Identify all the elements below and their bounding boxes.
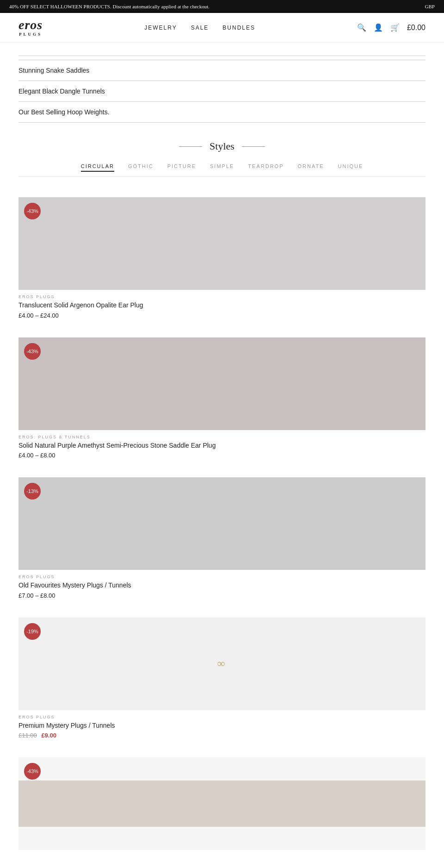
account-icon[interactable]: 👤 — [374, 23, 383, 32]
product-price-new-4: £9.00 — [41, 732, 56, 739]
mystery-symbol: ∞ — [217, 657, 227, 670]
divider-3 — [18, 81, 426, 81]
product-card-3[interactable]: -13% EROS PLUGS Old Favourites Mystery P… — [18, 477, 426, 599]
divider-2 — [18, 60, 426, 60]
product-card-1[interactable]: -43% EROS PLUGS Translucent Solid Argeno… — [18, 197, 426, 319]
cart-amount[interactable]: £0.00 — [407, 24, 426, 32]
heading-line-left — [179, 146, 202, 147]
announcement-bar: 40% OFF SELECT HALLOWEEN PRODUCTS. Disco… — [0, 0, 444, 13]
product-name-2: Solid Natural Purple Amethyst Semi-Preci… — [18, 441, 426, 450]
product-image-placeholder-5 — [18, 781, 426, 827]
product-image-placeholder-3 — [18, 477, 426, 570]
site-header: eros PLUGS JEWELRY SALE BUNDLES 🔍 👤 🛒 £0… — [0, 13, 444, 43]
tab-teardrop[interactable]: TEARDROP — [248, 162, 284, 172]
products-section: -43% EROS PLUGS Translucent Solid Argeno… — [0, 197, 444, 868]
styles-tabs: CIRCULAR GOTHIC PICTURE SIMPLE TEARDROP … — [18, 162, 426, 177]
product-image-4: -19% ∞ — [18, 618, 426, 710]
product-brand-1: EROS PLUGS — [18, 294, 426, 299]
product-price-2: £4.00 – £8.00 — [18, 452, 426, 459]
category-link-snakes[interactable]: Stunning Snake Saddles — [18, 64, 426, 77]
tab-circular[interactable]: CIRCULAR — [81, 162, 114, 172]
heading-line-right — [242, 146, 265, 147]
styles-heading: Styles — [18, 140, 426, 152]
tab-gothic[interactable]: GOTHIC — [128, 162, 154, 172]
tab-ornate[interactable]: ORNATE — [297, 162, 324, 172]
nav-jewelry[interactable]: JEWELRY — [144, 25, 177, 31]
category-link-hoop[interactable]: Our Best Selling Hoop Weights. — [18, 106, 426, 119]
product-price-old-4: £11.00 — [18, 732, 37, 739]
product-image-placeholder-2 — [18, 337, 426, 430]
announcement-text: 40% OFF SELECT HALLOWEEN PRODUCTS. Disco… — [9, 4, 210, 9]
product-badge-2: -43% — [24, 343, 41, 360]
search-icon[interactable]: 🔍 — [357, 23, 366, 32]
product-badge-3: -13% — [24, 483, 41, 500]
nav-sale[interactable]: SALE — [191, 25, 209, 31]
product-price-3: £7.00 – £8.00 — [18, 592, 426, 599]
product-price-1: £4.00 – £24.00 — [18, 312, 426, 319]
product-image-3: -13% — [18, 477, 426, 570]
product-badge-1: -43% — [24, 203, 41, 219]
tab-picture[interactable]: PICTURE — [167, 162, 196, 172]
tab-unique[interactable]: UNIQUE — [338, 162, 364, 172]
divider-4 — [18, 101, 426, 102]
product-image-1: -43% — [18, 197, 426, 290]
product-card-2[interactable]: -43% EROS: PLUGS & TUNNELS Solid Natural… — [18, 337, 426, 459]
product-card-4[interactable]: -19% ∞ EROS PLUGS Premium Mystery Plugs … — [18, 618, 426, 739]
product-name-4: Premium Mystery Plugs / Tunnels — [18, 721, 426, 731]
product-image-5: -43% — [18, 757, 426, 850]
product-image-2: -43% — [18, 337, 426, 430]
product-image-placeholder-1 — [18, 197, 426, 290]
category-link-dangle[interactable]: Elegant Black Dangle Tunnels — [18, 85, 426, 98]
tab-simple[interactable]: SIMPLE — [210, 162, 234, 172]
header-icons: 🔍 👤 🛒 £0.00 — [357, 23, 426, 32]
category-section: Stunning Snake Saddles Elegant Black Dan… — [0, 43, 444, 131]
divider-1 — [18, 56, 426, 56]
nav-bundles[interactable]: BUNDLES — [222, 25, 255, 31]
product-card-5[interactable]: -43% — [18, 757, 426, 850]
cart-icon[interactable]: 🛒 — [390, 23, 400, 32]
product-badge-5: -43% — [24, 763, 41, 780]
product-name-1: Translucent Solid Argenon Opalite Ear Pl… — [18, 301, 426, 310]
product-price-4: £11.00 £9.00 — [18, 732, 426, 739]
product-brand-4: EROS PLUGS — [18, 715, 426, 719]
product-name-3: Old Favourites Mystery Plugs / Tunnels — [18, 581, 426, 590]
logo[interactable]: eros PLUGS — [18, 19, 43, 37]
main-nav: JEWELRY SALE BUNDLES — [144, 25, 255, 31]
product-badge-4: -19% — [24, 623, 41, 640]
product-brand-2: EROS: PLUGS & TUNNELS — [18, 435, 426, 439]
divider-5 — [18, 122, 426, 123]
currency-label: GBP — [425, 4, 435, 9]
styles-section: Styles CIRCULAR GOTHIC PICTURE SIMPLE TE… — [0, 131, 444, 197]
product-brand-3: EROS PLUGS — [18, 575, 426, 579]
